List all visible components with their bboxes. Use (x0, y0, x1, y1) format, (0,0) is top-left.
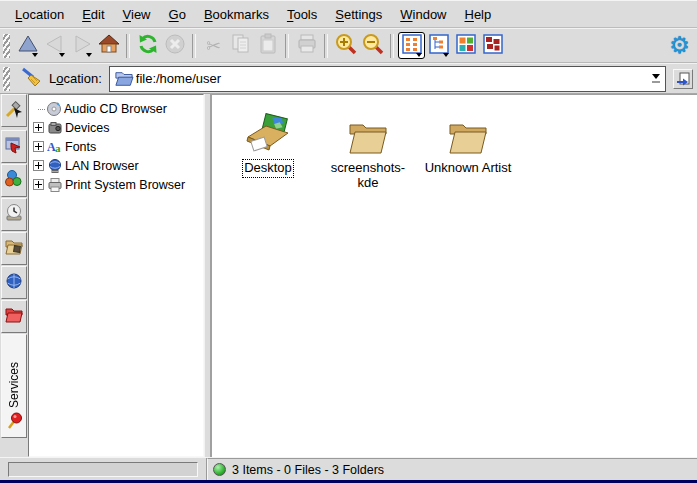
statusbar-right-section: 3 Items - 0 Files - 3 Folders (207, 458, 697, 480)
expand-plus-icon[interactable] (33, 122, 44, 133)
up-button[interactable] (14, 32, 41, 59)
open-folder-icon (114, 70, 134, 88)
folder-icon (446, 105, 490, 157)
green-led-icon (213, 463, 226, 476)
folder-icon (346, 105, 390, 157)
location-label: Location: (49, 71, 102, 86)
toolbar-separator (285, 34, 289, 58)
menubar: LocationEditViewGoBookmarksToolsSettings… (0, 1, 697, 28)
clear-location-button[interactable] (18, 66, 43, 91)
home-icon (98, 33, 120, 58)
statusbar-items-text: 3 Items - 0 Files - 3 Folders (232, 463, 384, 477)
clear-location-broom-icon (20, 66, 42, 91)
expand-plus-icon[interactable] (33, 141, 44, 152)
services-tab-label: Services (7, 362, 21, 408)
location-toolbar: Location: (0, 63, 697, 94)
file-label: Unknown Artist (425, 161, 512, 176)
toolbar-separator (324, 34, 328, 58)
statusbar: 3 Items - 0 Files - 3 Folders (0, 457, 697, 480)
menu-item-view[interactable]: View (114, 4, 160, 25)
zoom-in-button[interactable] (332, 32, 359, 59)
icon-view-dropdown-caret-icon (416, 53, 422, 57)
sidebar-tabstrip: Services (0, 94, 28, 457)
text-view-icon (482, 33, 504, 58)
toolbar-drag-handle[interactable] (3, 34, 10, 58)
tree-item-devices[interactable]: Devices (33, 118, 203, 137)
go-button[interactable] (673, 69, 693, 89)
sidebar-splitter[interactable] (204, 94, 211, 457)
forward-button[interactable] (68, 32, 95, 59)
home-folder-icon (4, 237, 24, 260)
location-dropdown-button[interactable] (648, 68, 664, 90)
paste-button[interactable] (254, 32, 281, 59)
sidebar-tab-history[interactable] (1, 198, 27, 231)
devices-icon (46, 120, 63, 136)
statusbar-progress-area (8, 462, 198, 477)
locationbar-drag-handle[interactable] (3, 67, 10, 91)
zoom-out-button[interactable] (359, 32, 386, 59)
menu-item-tools[interactable]: Tools (278, 4, 326, 25)
menu-item-settings[interactable]: Settings (326, 4, 391, 25)
sidebar-tab-applications[interactable] (1, 164, 27, 197)
configure-tools-icon (4, 99, 24, 122)
reload-button[interactable] (134, 32, 161, 59)
dropdown-underline (652, 81, 660, 83)
stop-button[interactable] (161, 32, 188, 59)
konqueror-gear-icon: ⚙ (669, 34, 690, 57)
window-red-arrow-icon (4, 135, 24, 158)
multicolumn-view-button[interactable] (452, 32, 479, 59)
history-clock-icon (4, 203, 24, 226)
copy-button[interactable] (227, 32, 254, 59)
text-view-button[interactable] (479, 32, 506, 59)
icon-view-button[interactable] (398, 32, 425, 59)
menu-item-window[interactable]: Window (391, 4, 455, 25)
tree-view-button[interactable] (425, 32, 452, 59)
up-dropdown-caret-icon (32, 53, 38, 57)
chevron-down-icon (652, 74, 660, 79)
toolbar-separator (192, 34, 196, 58)
file-icon-view[interactable]: Desktop screenshots-kde (211, 94, 697, 457)
cut-button[interactable]: ✂ (200, 32, 227, 59)
content-area: Services (0, 94, 697, 457)
network-globe-icon (4, 271, 24, 294)
sidebar-tab-network[interactable] (1, 266, 27, 299)
menu-item-location[interactable]: Location (6, 4, 73, 25)
print-button[interactable] (293, 32, 320, 59)
sidebar-tab-services[interactable]: Services (1, 334, 27, 438)
fonts-icon: A a (46, 139, 63, 155)
expand-plus-icon[interactable] (33, 160, 44, 171)
menu-item-edit[interactable]: Edit (73, 4, 113, 25)
tree-item-label: Devices (65, 121, 109, 135)
zoom-out-magnifier-icon (362, 33, 384, 58)
printer-icon (46, 177, 63, 193)
expand-plus-icon[interactable] (33, 179, 44, 190)
file-item-desktop[interactable]: Desktop (218, 105, 318, 176)
tree-item-label: Fonts (65, 140, 96, 154)
stop-icon (164, 33, 186, 58)
statusbar-left-section (0, 458, 207, 480)
forward-dropdown-caret-icon (86, 53, 92, 57)
file-label: screenshots-kde (322, 161, 414, 191)
location-input[interactable] (134, 71, 648, 86)
tree-item-fonts[interactable]: A a Fonts (33, 137, 203, 156)
back-button[interactable] (41, 32, 68, 59)
tree-item-print-system-browser[interactable]: Print System Browser (33, 175, 203, 194)
sidebar-tab-web-sidebar[interactable] (1, 130, 27, 163)
home-button[interactable] (95, 32, 122, 59)
tree-item-audio-cd-browser[interactable]: Audio CD Browser (33, 99, 203, 118)
desktop-folder-icon (244, 105, 292, 157)
konqueror-button[interactable]: ⚙ (666, 32, 693, 59)
sidebar-configure-button[interactable] (1, 94, 27, 127)
tree-item-lan-browser[interactable]: LAN Browser (33, 156, 203, 175)
lan-globe-icon (46, 158, 63, 174)
file-item-unknown-artist[interactable]: Unknown Artist (418, 105, 518, 176)
menu-item-go[interactable]: Go (160, 4, 195, 25)
sidebar-tab-root-directory[interactable] (1, 300, 27, 333)
toolbar-separator (126, 34, 130, 58)
menu-item-bookmarks[interactable]: Bookmarks (195, 4, 278, 25)
menu-item-help[interactable]: Help (456, 4, 501, 25)
audio-cd-icon (45, 101, 62, 117)
copy-icon (230, 33, 252, 58)
sidebar-tab-home-directory[interactable] (1, 232, 27, 265)
file-item-screenshots-kde[interactable]: screenshots-kde (318, 105, 418, 191)
